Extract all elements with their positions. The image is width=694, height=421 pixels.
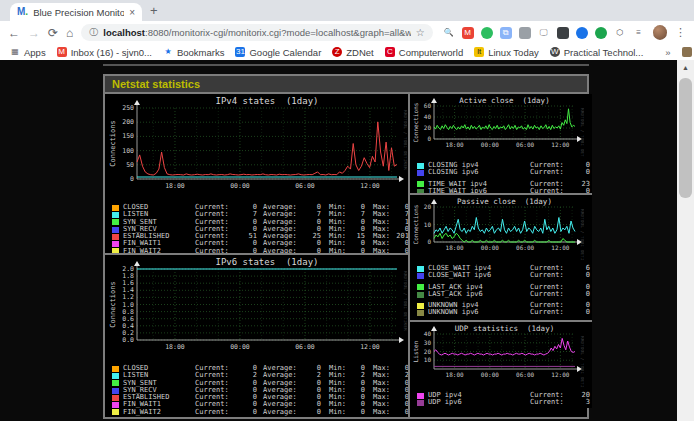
copy-pages-extension-icon[interactable]: ⧉ xyxy=(500,27,512,39)
legend-swatch xyxy=(417,310,424,316)
apps-grid-icon: ▦ xyxy=(10,47,20,57)
chart-udp-statistics[interactable]: UDP statistics (1day)Listen1020304018:00… xyxy=(410,322,592,408)
new-tab-button[interactable]: + xyxy=(150,3,158,18)
bookmark-google-calendar[interactable]: 31Google Calendar xyxy=(235,47,321,58)
playlist-extension-icon[interactable]: ≡ xyxy=(633,27,645,39)
bookmark-linux-today[interactable]: ltLinux Today xyxy=(474,47,539,58)
bookmark-apps[interactable]: ▦Apps xyxy=(10,47,46,58)
svg-text:18:00: 18:00 xyxy=(446,371,464,378)
svg-text:Active close (1day): Active close (1day) xyxy=(459,96,549,105)
svg-text:18:00: 18:00 xyxy=(165,343,185,351)
legend-swatch xyxy=(417,181,424,187)
legend-label: UDP ipv6 xyxy=(428,399,516,406)
legend-swatch xyxy=(112,227,119,233)
page-scrollbar[interactable]: ▲ xyxy=(677,60,694,421)
tab-strip: M. Blue Precision Monitorix × + xyxy=(0,0,694,21)
left-graph-column: IPv4 states (1day)Connections05010015020… xyxy=(105,94,410,417)
right-graph-column: Active close (1day)Connections020406018:… xyxy=(410,94,592,417)
svg-text:UDP statistics (1day): UDP statistics (1day) xyxy=(455,324,554,333)
chart-passive-close[interactable]: Passive close (1day)Connections0102018:0… xyxy=(410,195,592,322)
chart-ipv4-states[interactable]: IPv4 states (1day)Connections05010015020… xyxy=(105,94,408,255)
legend-swatch xyxy=(112,373,119,379)
legend-swatch xyxy=(417,393,424,399)
dark-square-extension-icon[interactable] xyxy=(557,27,569,39)
svg-text:2.0: 2.0 xyxy=(122,265,134,273)
tab-close-icon[interactable]: × xyxy=(129,7,135,18)
scrollbar-thumb[interactable] xyxy=(679,78,692,198)
svg-text:10: 10 xyxy=(424,221,432,228)
legend-row: LAST_ACK ipv6Current:0 xyxy=(417,291,590,298)
grammarly-extension-icon[interactable] xyxy=(595,27,607,39)
netstat-section-frame: Netstat statistics IPv4 states (1day)Con… xyxy=(103,74,589,419)
legend-swatch xyxy=(417,273,424,279)
wordpress-icon: W xyxy=(550,47,560,57)
scrollbar-up-arrow[interactable]: ▲ xyxy=(677,60,694,75)
legend-swatch xyxy=(112,219,119,225)
gmail-extension-icon[interactable]: M xyxy=(462,27,474,39)
address-bar[interactable]: ⓘ localhost:8080/monitorix-cgi/monitorix… xyxy=(81,24,432,41)
chart-legend: CLOSEDCurrent:0Average:0Min:0Max:0LISTEN… xyxy=(107,364,406,416)
legend-row: UDP ipv6Current:3 xyxy=(417,399,590,406)
chart-legend: CLOSING ipv4Current:0CLOSING ipv6Current… xyxy=(412,161,590,195)
bookmark-bookmarks[interactable]: ★Bookmarks xyxy=(163,47,225,58)
svg-text:20: 20 xyxy=(424,203,432,210)
legend-label: UNKNOWN ipv6 xyxy=(428,309,516,316)
legend-row: FIN_WAIT2Current:0Average:0Min:0Max:0 xyxy=(112,248,406,255)
url-text[interactable]: localhost:8080/monitorix-cgi/monitorix.c… xyxy=(103,27,410,38)
svg-text:06:00: 06:00 xyxy=(516,141,534,148)
svg-text:20: 20 xyxy=(424,124,432,131)
svg-text:06:00: 06:00 xyxy=(295,182,315,190)
cast-extension-icon[interactable]: 🖵 xyxy=(538,27,550,39)
bookmark-inbox[interactable]: MInbox (16) - sjvn0... xyxy=(57,47,152,58)
folder-icon xyxy=(682,47,692,57)
svg-text:00:00: 00:00 xyxy=(481,371,499,378)
svg-text:30: 30 xyxy=(424,339,432,346)
svg-text:1.6: 1.6 xyxy=(122,279,134,287)
bookmark-computerworld[interactable]: CComputerworld xyxy=(385,47,463,58)
legend-row: CLOSING ipv6Current:0 xyxy=(417,169,590,176)
svg-text:12:00: 12:00 xyxy=(551,244,569,251)
profile-avatar[interactable] xyxy=(653,25,667,40)
chart-svg: Active close (1day)Connections020406018:… xyxy=(412,95,584,157)
chart-svg: IPv6 states (1day)Connections0.00.20.40.… xyxy=(107,256,407,360)
chart-legend: CLOSEDCurrent:0Average:0Min:0Max:0LISTEN… xyxy=(107,203,406,255)
bookmarks-overflow-chevron[interactable]: » xyxy=(665,47,670,58)
chart-active-close[interactable]: Active close (1day)Connections020406018:… xyxy=(410,94,592,195)
zdnet-icon: Z xyxy=(332,47,342,57)
svg-text:40: 40 xyxy=(424,330,432,337)
svg-text:RRDTOOL / TOBI OETIKER: RRDTOOL / TOBI OETIKER xyxy=(403,110,407,170)
legend-swatch xyxy=(417,292,424,298)
page-viewport: Netstat statistics IPv4 states (1day)Con… xyxy=(0,60,694,421)
puzzle-extensions-icon[interactable]: ⬡ xyxy=(614,27,626,39)
legend-swatch xyxy=(112,234,119,240)
legend-label: CLOSING ipv6 xyxy=(428,169,516,176)
svg-text:20: 20 xyxy=(424,348,432,355)
legend-swatch xyxy=(417,189,424,195)
reload-button[interactable]: ⟳ xyxy=(48,27,58,39)
back-button[interactable]: ← xyxy=(8,27,20,39)
bookmarks-bar: ▦Apps MInbox (16) - sjvn0... ★Bookmarks … xyxy=(0,44,694,60)
browser-menu-icon[interactable]: ⋮ xyxy=(675,26,686,39)
messenger-extension-icon[interactable] xyxy=(576,27,588,39)
bookmark-star-icon[interactable]: ☆ xyxy=(416,27,425,38)
legend-swatch xyxy=(417,303,424,309)
legend-swatch xyxy=(417,266,424,272)
bookmark-practical-technology[interactable]: WPractical Technol... xyxy=(550,47,644,58)
other-bookmarks[interactable]: Other bookmarks xyxy=(682,47,694,58)
forward-button[interactable]: → xyxy=(28,27,40,39)
page-info-icon[interactable]: ⓘ xyxy=(89,26,98,39)
legend-swatch xyxy=(417,163,424,169)
evernote-extension-icon[interactable] xyxy=(481,27,493,39)
legend-row: UNKNOWN ipv6Current:0 xyxy=(417,309,590,316)
previous-section-edge xyxy=(103,64,589,66)
search-extension-icon[interactable]: 🔍 xyxy=(443,27,455,39)
bookmark-zdnet[interactable]: ZZDNet xyxy=(332,47,373,58)
home-button[interactable]: ⌂ xyxy=(66,27,73,39)
gmail-icon: M xyxy=(57,47,67,57)
svg-text:12:00: 12:00 xyxy=(551,371,569,378)
svg-text:0: 0 xyxy=(130,175,134,183)
chart-ipv6-states[interactable]: IPv6 states (1day)Connections0.00.20.40.… xyxy=(105,255,408,417)
svg-text:0.4: 0.4 xyxy=(122,322,134,330)
browser-tab[interactable]: M. Blue Precision Monitorix × xyxy=(10,3,142,21)
box-extension-icon[interactable] xyxy=(519,27,531,39)
